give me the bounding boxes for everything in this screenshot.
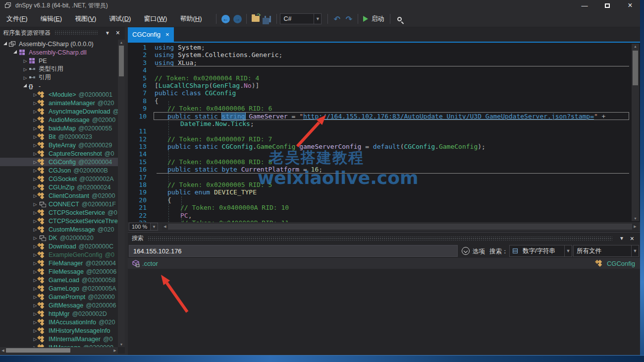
tree-item-examplegenconfig[interactable]: ▷ExampleGenConfig@0 <box>0 250 118 259</box>
tab-cgconfig[interactable]: CGConfig × <box>128 27 174 42</box>
open-button[interactable] <box>250 13 262 25</box>
expander-collapsed-icon[interactable]: ▷ <box>32 126 39 131</box>
expander-collapsed-icon[interactable]: ▷ <box>32 311 39 316</box>
expander-collapsed-icon[interactable]: ▷ <box>32 151 39 156</box>
expander-collapsed-icon[interactable]: ▷ <box>32 328 39 333</box>
tree-item-assembly-csharp-dll[interactable]: Assembly-CSharp.dll <box>0 48 118 57</box>
tree-item--module-[interactable]: ▷<Module>@02000001 <box>0 90 118 99</box>
options-chevron-icon[interactable] <box>462 247 470 255</box>
tree-item-imhistorymessageinfo[interactable]: ▷IMHistoryMessageInfo <box>0 326 118 335</box>
expander-collapsed-icon[interactable]: ▷ <box>32 244 39 249</box>
options-label[interactable]: 选项 <box>473 247 485 256</box>
chevron-down-icon[interactable]: ▼ <box>616 236 627 241</box>
expander-expanded-icon[interactable] <box>3 42 7 45</box>
tree-item-download[interactable]: ▷Download@0200000C <box>0 242 118 250</box>
expander-collapsed-icon[interactable]: ▷ <box>32 143 39 148</box>
minimize-button[interactable]: — <box>581 2 589 9</box>
tree-item-ctcpsocketservice[interactable]: ▷CTCPSocketService@0 <box>0 208 118 217</box>
expander-collapsed-icon[interactable]: ▷ <box>32 278 39 283</box>
search-scope-select[interactable]: 所有文件 ▼ <box>573 245 639 257</box>
expander-collapsed-icon[interactable]: ▷ <box>32 177 39 181</box>
tree-item-connect[interactable]: ▷CONNECT@0200001F <box>0 200 118 208</box>
tree-item-iminternalmanager[interactable]: ▷IMInternalManager@0 <box>0 335 118 343</box>
expander-collapsed-icon[interactable]: ▷ <box>32 92 39 97</box>
menu-item-0[interactable]: 文件(F) <box>0 14 34 23</box>
tree-item-cgconfig[interactable]: ▷CGConfig@02000004 <box>0 158 118 166</box>
tree-item-clientconstant[interactable]: ▷ClientConstant@02000 <box>0 191 118 200</box>
editor-vertical-scrollbar[interactable]: ▲ ▼ <box>632 44 639 221</box>
chevron-down-icon[interactable]: ▼ <box>102 30 113 36</box>
tree-item-baidumap[interactable]: ▷baiduMap@02000055 <box>0 124 118 132</box>
tree-horizontal-scrollbar[interactable]: ◀ ▶ <box>0 347 118 354</box>
expander-expanded-icon[interactable] <box>23 84 27 87</box>
expander-collapsed-icon[interactable]: ▷ <box>32 337 39 342</box>
save-all-button[interactable] <box>262 13 273 25</box>
search-assemblies-button[interactable] <box>393 13 405 25</box>
tree-item--[interactable]: {}- <box>0 82 118 90</box>
tree-item-gameload[interactable]: ▷GameLoad@02000058 <box>0 276 118 284</box>
tree-item-audiomessage[interactable]: ▷AudioMessage@02000 <box>0 116 118 124</box>
tree-item-httpmgr[interactable]: ▷httpMgr@0200002D <box>0 309 118 318</box>
expander-collapsed-icon[interactable]: ▷ <box>22 75 29 80</box>
tree-item-imaccusationinfo[interactable]: ▷IMAccusationInfo@020 <box>0 318 118 326</box>
navigate-back-button[interactable]: ← <box>219 13 231 25</box>
tree-vertical-scrollbar[interactable]: ▲ ▼ <box>118 40 125 347</box>
expander-collapsed-icon[interactable]: ▷ <box>22 67 29 72</box>
tree-item-pe[interactable]: ▷PE <box>0 57 118 65</box>
expander-collapsed-icon[interactable]: ▷ <box>32 210 39 215</box>
close-button[interactable]: × <box>626 1 634 10</box>
close-icon[interactable]: × <box>627 235 636 242</box>
tree-item-capturescreenshot[interactable]: ▷CaptureScreenshot@0 <box>0 149 118 158</box>
tree-item-animatemanager[interactable]: ▷animateManager@020 <box>0 99 118 107</box>
menu-item-1[interactable]: 编辑(E) <box>34 14 68 23</box>
tree-item-cgsocket[interactable]: ▷CGSocket@0200002A <box>0 175 118 183</box>
tree-item-gamelogo[interactable]: ▷GameLogo@0200005A <box>0 284 118 293</box>
tree-item-bytearray[interactable]: ▷ByteArray@02000029 <box>0 141 118 149</box>
tree-item-ctcpsocketservicethre[interactable]: ▷CTCPSocketServiceThre <box>0 217 118 225</box>
tree-item--[interactable]: ▷类型引用 <box>0 65 118 73</box>
expander-collapsed-icon[interactable]: ▷ <box>32 134 39 139</box>
tree-item--[interactable]: ▷引用 <box>0 73 118 82</box>
tree-item-asyncimagedownload[interactable]: ▷AsyncImageDownload@ <box>0 107 118 116</box>
tree-item-dk[interactable]: ▷DK@02000020 <box>0 234 118 242</box>
expander-collapsed-icon[interactable]: ▷ <box>32 118 39 122</box>
editor-horizontal-scrollbar[interactable]: ◀ ▶ <box>162 223 638 230</box>
undo-button[interactable]: ↶ <box>331 13 343 25</box>
expander-collapsed-icon[interactable]: ▷ <box>32 261 39 266</box>
tab-close-icon[interactable]: × <box>165 31 169 38</box>
expander-collapsed-icon[interactable]: ▷ <box>32 320 39 325</box>
expander-collapsed-icon[interactable]: ▷ <box>32 109 39 114</box>
tree-item-cgjson[interactable]: ▷CGJson@0200000B <box>0 166 118 175</box>
tree-item-custommessage[interactable]: ▷CustomMessage@020 <box>0 225 118 234</box>
tree-item-filemanager[interactable]: ▷FileManager@0200004 <box>0 259 118 267</box>
expander-collapsed-icon[interactable]: ▷ <box>32 252 39 257</box>
maximize-button[interactable] <box>603 2 611 9</box>
expander-collapsed-icon[interactable]: ▷ <box>32 219 39 224</box>
chevron-down-icon[interactable]: ▼ <box>151 223 158 231</box>
zoom-level-select[interactable]: 100 % <box>129 223 151 231</box>
code-editor[interactable]: 1using System;2using System.Collections.… <box>128 43 640 222</box>
expander-collapsed-icon[interactable]: ▷ <box>22 59 29 63</box>
expander-collapsed-icon[interactable]: ▷ <box>32 193 39 198</box>
expander-collapsed-icon[interactable]: ▷ <box>32 101 39 106</box>
menu-item-2[interactable]: 视图(V) <box>68 14 103 23</box>
tree-item-giftmessage[interactable]: ▷GiftMessage@0200006 <box>0 301 118 309</box>
tree-item-bit[interactable]: ▷Bit@02000023 <box>0 132 118 141</box>
search-input[interactable] <box>129 245 458 257</box>
expander-collapsed-icon[interactable]: ▷ <box>32 227 39 232</box>
expander-expanded-icon[interactable] <box>13 50 17 54</box>
tree-item-filemessage[interactable]: ▷FileMessage@0200006 <box>0 267 118 276</box>
start-debug-button[interactable]: 启动 <box>361 13 386 25</box>
close-icon[interactable]: × <box>113 29 122 37</box>
expander-collapsed-icon[interactable]: ▷ <box>32 160 39 165</box>
tree-item-assembly-csharp-0-0-0-0-[interactable]: Assembly-CSharp (0.0.0.0) <box>0 40 118 48</box>
expander-collapsed-icon[interactable]: ▷ <box>32 286 39 291</box>
expander-collapsed-icon[interactable]: ▷ <box>32 295 39 300</box>
language-select[interactable]: C# ▼ <box>280 13 322 24</box>
search-result-row[interactable]: .cctor CGConfig <box>128 258 640 269</box>
tree-item-cgunzip[interactable]: ▷CGUnZip@02000024 <box>0 183 118 191</box>
menu-item-3[interactable]: 调试(D) <box>103 14 137 23</box>
expander-collapsed-icon[interactable]: ▷ <box>32 202 39 207</box>
search-type-select[interactable]: 数字/字符串 ▼ <box>509 245 572 257</box>
menu-item-5[interactable]: 帮助(H) <box>173 14 208 23</box>
